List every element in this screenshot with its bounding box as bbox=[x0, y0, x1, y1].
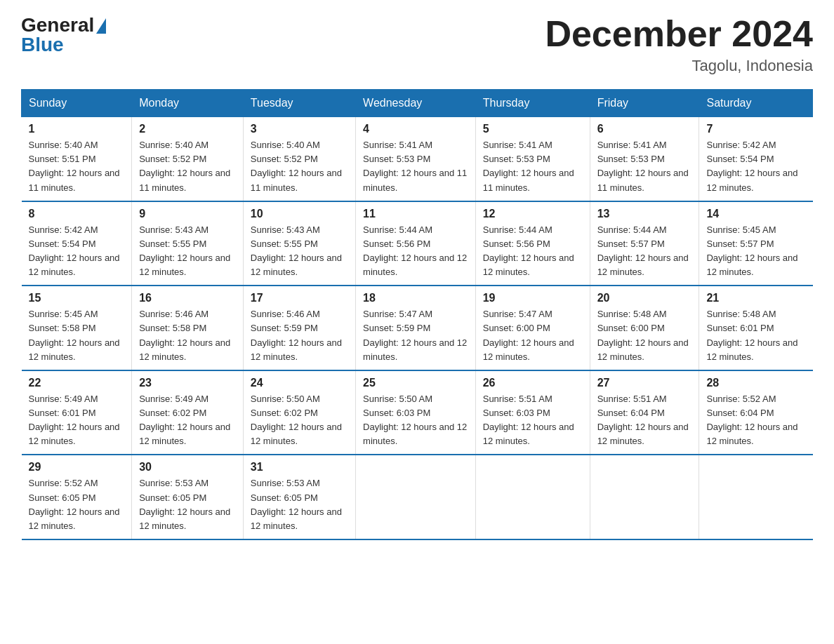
day-cell: 1Sunrise: 5:40 AMSunset: 5:51 PMDaylight… bbox=[22, 117, 132, 201]
day-cell bbox=[475, 455, 590, 539]
day-cell: 8Sunrise: 5:42 AMSunset: 5:54 PMDaylight… bbox=[22, 201, 132, 286]
day-cell: 15Sunrise: 5:45 AMSunset: 5:58 PMDayligh… bbox=[22, 286, 132, 370]
page-header: General Blue December 2024 Tagolu, Indon… bbox=[21, 14, 813, 75]
day-number: 28 bbox=[706, 377, 805, 389]
col-wednesday: Wednesday bbox=[356, 90, 476, 117]
day-number: 4 bbox=[363, 123, 468, 135]
col-tuesday: Tuesday bbox=[243, 90, 355, 117]
day-number: 25 bbox=[363, 377, 468, 389]
day-cell: 11Sunrise: 5:44 AMSunset: 5:56 PMDayligh… bbox=[356, 201, 476, 286]
day-cell: 5Sunrise: 5:41 AMSunset: 5:53 PMDaylight… bbox=[475, 117, 590, 201]
day-cell: 20Sunrise: 5:48 AMSunset: 6:00 PMDayligh… bbox=[590, 286, 699, 370]
calendar-subtitle: Tagolu, Indonesia bbox=[545, 57, 813, 75]
col-saturday: Saturday bbox=[699, 90, 813, 117]
calendar-header: Sunday Monday Tuesday Wednesday Thursday… bbox=[22, 90, 813, 117]
col-monday: Monday bbox=[132, 90, 244, 117]
day-info: Sunrise: 5:40 AMSunset: 5:52 PMDaylight:… bbox=[139, 140, 230, 192]
day-info: Sunrise: 5:43 AMSunset: 5:55 PMDaylight:… bbox=[251, 224, 342, 277]
logo: General Blue bbox=[21, 14, 106, 56]
day-info: Sunrise: 5:53 AMSunset: 6:05 PMDaylight:… bbox=[251, 478, 342, 530]
week-row-4: 22Sunrise: 5:49 AMSunset: 6:01 PMDayligh… bbox=[22, 370, 813, 455]
col-sunday: Sunday bbox=[22, 90, 132, 117]
day-info: Sunrise: 5:48 AMSunset: 6:00 PMDaylight:… bbox=[597, 309, 689, 361]
day-info: Sunrise: 5:51 AMSunset: 6:04 PMDaylight:… bbox=[597, 394, 689, 446]
day-cell: 24Sunrise: 5:50 AMSunset: 6:02 PMDayligh… bbox=[243, 370, 355, 455]
week-row-5: 29Sunrise: 5:52 AMSunset: 6:05 PMDayligh… bbox=[22, 455, 813, 539]
day-cell bbox=[356, 455, 476, 539]
week-row-1: 1Sunrise: 5:40 AMSunset: 5:51 PMDaylight… bbox=[22, 117, 813, 201]
day-info: Sunrise: 5:52 AMSunset: 6:05 PMDaylight:… bbox=[29, 478, 120, 530]
day-cell: 7Sunrise: 5:42 AMSunset: 5:54 PMDaylight… bbox=[699, 117, 813, 201]
day-info: Sunrise: 5:50 AMSunset: 6:03 PMDaylight:… bbox=[363, 394, 467, 446]
day-info: Sunrise: 5:47 AMSunset: 5:59 PMDaylight:… bbox=[363, 309, 467, 361]
calendar-table: Sunday Monday Tuesday Wednesday Thursday… bbox=[21, 89, 813, 540]
day-number: 12 bbox=[483, 208, 583, 220]
day-number: 14 bbox=[706, 208, 805, 220]
day-cell: 14Sunrise: 5:45 AMSunset: 5:57 PMDayligh… bbox=[699, 201, 813, 286]
day-info: Sunrise: 5:44 AMSunset: 5:57 PMDaylight:… bbox=[597, 224, 689, 277]
day-info: Sunrise: 5:46 AMSunset: 5:59 PMDaylight:… bbox=[251, 309, 342, 361]
day-number: 31 bbox=[251, 461, 348, 474]
day-number: 18 bbox=[363, 292, 468, 304]
col-friday: Friday bbox=[590, 90, 699, 117]
day-cell: 13Sunrise: 5:44 AMSunset: 5:57 PMDayligh… bbox=[590, 201, 699, 286]
day-cell: 17Sunrise: 5:46 AMSunset: 5:59 PMDayligh… bbox=[243, 286, 355, 370]
day-info: Sunrise: 5:50 AMSunset: 6:02 PMDaylight:… bbox=[251, 394, 342, 446]
day-info: Sunrise: 5:51 AMSunset: 6:03 PMDaylight:… bbox=[483, 394, 574, 446]
day-cell bbox=[590, 455, 699, 539]
day-info: Sunrise: 5:45 AMSunset: 5:57 PMDaylight:… bbox=[706, 224, 797, 277]
day-cell: 21Sunrise: 5:48 AMSunset: 6:01 PMDayligh… bbox=[699, 286, 813, 370]
day-number: 27 bbox=[597, 377, 692, 389]
day-cell: 16Sunrise: 5:46 AMSunset: 5:58 PMDayligh… bbox=[132, 286, 244, 370]
logo-blue-text: Blue bbox=[21, 34, 64, 56]
calendar-body: 1Sunrise: 5:40 AMSunset: 5:51 PMDaylight… bbox=[22, 117, 813, 539]
day-number: 7 bbox=[706, 123, 805, 135]
day-number: 5 bbox=[483, 123, 583, 135]
col-thursday: Thursday bbox=[475, 90, 590, 117]
day-cell: 26Sunrise: 5:51 AMSunset: 6:03 PMDayligh… bbox=[475, 370, 590, 455]
week-row-2: 8Sunrise: 5:42 AMSunset: 5:54 PMDaylight… bbox=[22, 201, 813, 286]
day-number: 1 bbox=[29, 123, 125, 135]
day-info: Sunrise: 5:49 AMSunset: 6:02 PMDaylight:… bbox=[139, 394, 230, 446]
day-number: 8 bbox=[29, 208, 125, 220]
day-cell: 29Sunrise: 5:52 AMSunset: 6:05 PMDayligh… bbox=[22, 455, 132, 539]
day-cell: 2Sunrise: 5:40 AMSunset: 5:52 PMDaylight… bbox=[132, 117, 244, 201]
day-cell: 12Sunrise: 5:44 AMSunset: 5:56 PMDayligh… bbox=[475, 201, 590, 286]
day-info: Sunrise: 5:42 AMSunset: 5:54 PMDaylight:… bbox=[706, 140, 797, 192]
day-number: 22 bbox=[29, 377, 125, 389]
day-info: Sunrise: 5:44 AMSunset: 5:56 PMDaylight:… bbox=[363, 224, 467, 277]
day-cell: 19Sunrise: 5:47 AMSunset: 6:00 PMDayligh… bbox=[475, 286, 590, 370]
day-number: 23 bbox=[139, 377, 236, 389]
day-number: 2 bbox=[139, 123, 236, 135]
day-number: 30 bbox=[139, 461, 236, 474]
day-cell: 28Sunrise: 5:52 AMSunset: 6:04 PMDayligh… bbox=[699, 370, 813, 455]
day-cell: 30Sunrise: 5:53 AMSunset: 6:05 PMDayligh… bbox=[132, 455, 244, 539]
day-number: 24 bbox=[251, 377, 348, 389]
day-number: 10 bbox=[251, 208, 348, 220]
day-info: Sunrise: 5:40 AMSunset: 5:52 PMDaylight:… bbox=[251, 140, 342, 192]
day-cell: 27Sunrise: 5:51 AMSunset: 6:04 PMDayligh… bbox=[590, 370, 699, 455]
logo-triangle-icon bbox=[96, 18, 106, 34]
day-info: Sunrise: 5:41 AMSunset: 5:53 PMDaylight:… bbox=[483, 140, 574, 192]
day-cell: 18Sunrise: 5:47 AMSunset: 5:59 PMDayligh… bbox=[356, 286, 476, 370]
day-info: Sunrise: 5:53 AMSunset: 6:05 PMDaylight:… bbox=[139, 478, 230, 530]
day-cell: 22Sunrise: 5:49 AMSunset: 6:01 PMDayligh… bbox=[22, 370, 132, 455]
day-cell: 31Sunrise: 5:53 AMSunset: 6:05 PMDayligh… bbox=[243, 455, 355, 539]
day-number: 13 bbox=[597, 208, 692, 220]
day-number: 9 bbox=[139, 208, 236, 220]
day-cell: 25Sunrise: 5:50 AMSunset: 6:03 PMDayligh… bbox=[356, 370, 476, 455]
day-info: Sunrise: 5:46 AMSunset: 5:58 PMDaylight:… bbox=[139, 309, 230, 361]
day-number: 11 bbox=[363, 208, 468, 220]
day-number: 29 bbox=[29, 461, 125, 474]
day-info: Sunrise: 5:45 AMSunset: 5:58 PMDaylight:… bbox=[29, 309, 120, 361]
day-info: Sunrise: 5:43 AMSunset: 5:55 PMDaylight:… bbox=[139, 224, 230, 277]
day-cell: 9Sunrise: 5:43 AMSunset: 5:55 PMDaylight… bbox=[132, 201, 244, 286]
day-cell: 6Sunrise: 5:41 AMSunset: 5:53 PMDaylight… bbox=[590, 117, 699, 201]
day-cell: 10Sunrise: 5:43 AMSunset: 5:55 PMDayligh… bbox=[243, 201, 355, 286]
day-cell: 3Sunrise: 5:40 AMSunset: 5:52 PMDaylight… bbox=[243, 117, 355, 201]
day-number: 17 bbox=[251, 292, 348, 304]
day-number: 20 bbox=[597, 292, 692, 304]
day-number: 19 bbox=[483, 292, 583, 304]
day-info: Sunrise: 5:41 AMSunset: 5:53 PMDaylight:… bbox=[363, 140, 467, 192]
day-info: Sunrise: 5:48 AMSunset: 6:01 PMDaylight:… bbox=[706, 309, 797, 361]
